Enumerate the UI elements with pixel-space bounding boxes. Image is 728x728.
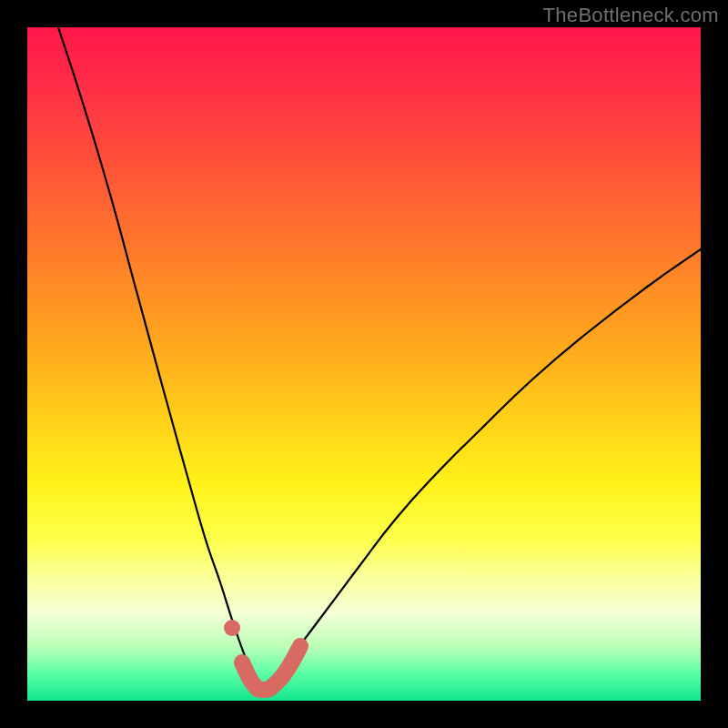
curve-right-branch	[260, 249, 701, 691]
watermark-text: TheBottleneck.com	[543, 4, 719, 27]
plot-area	[27, 27, 701, 701]
curve-left-branch	[58, 27, 260, 691]
trough-marker-dot	[224, 620, 240, 636]
trough-marker-segment	[242, 646, 300, 690]
outer-frame: TheBottleneck.com	[0, 0, 728, 728]
curve-layer	[27, 27, 701, 701]
